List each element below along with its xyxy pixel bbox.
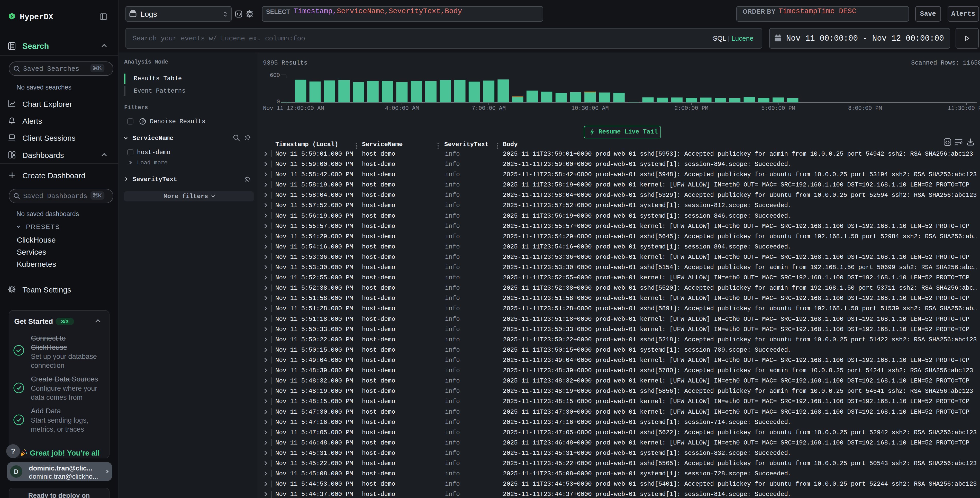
- svg-text:8:00:00 PM: 8:00:00 PM: [848, 105, 882, 112]
- svg-text:0: 0: [277, 99, 280, 105]
- svg-text:10:30:00 AM: 10:30:00 AM: [571, 105, 609, 112]
- svg-text:11:30:00 PM: 11:30:00 PM: [948, 105, 980, 112]
- svg-text:600: 600: [270, 72, 280, 79]
- svg-text:Nov 11 12:00:00 AM: Nov 11 12:00:00 AM: [263, 105, 324, 112]
- svg-text:2:00:00 PM: 2:00:00 PM: [675, 105, 708, 112]
- svg-text:7:00:00 AM: 7:00:00 AM: [472, 105, 506, 112]
- svg-text:4:00:00 AM: 4:00:00 AM: [385, 105, 419, 112]
- svg-text:5:00:00 PM: 5:00:00 PM: [761, 105, 795, 112]
